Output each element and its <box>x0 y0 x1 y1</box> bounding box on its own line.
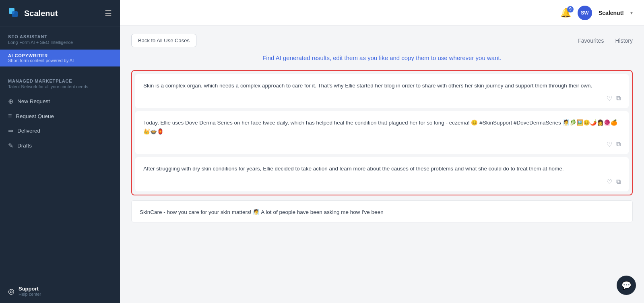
support-icon: ◎ <box>8 287 14 296</box>
back-button[interactable]: Back to All Use Cases <box>131 34 196 47</box>
content-actions: Favourites History <box>578 37 633 44</box>
card-plain: SkinCare - how you care for your skin ma… <box>131 200 633 223</box>
request-queue-label: Request Queue <box>16 113 54 119</box>
content-header: Back to All Use Cases Favourites History <box>131 34 633 47</box>
card-2-text: Today, Ellie uses Dove Derma Series on h… <box>143 118 621 136</box>
highlighted-cards-container: Skin is a complex organ, which needs a c… <box>131 70 633 195</box>
ai-copywriter-title: AI COPYWRITER <box>8 53 74 58</box>
copy-icon-3[interactable]: ⧉ <box>616 178 621 186</box>
topbar: 🔔 9 SW Scalenut! ▾ <box>120 0 644 26</box>
chat-icon: 💬 <box>621 280 632 290</box>
avatar: SW <box>578 6 592 20</box>
sidebar-item-delivered[interactable]: ⇒ Delivered <box>0 123 120 138</box>
managed-marketplace-subtitle: Talent Network for all your content need… <box>8 84 112 89</box>
notifications-button[interactable]: 🔔 9 <box>560 8 571 18</box>
favourites-link[interactable]: Favourites <box>578 37 604 44</box>
sidebar: Scalenut ☰ SEO ASSISTANT Long-Form AI + … <box>0 0 120 303</box>
card-2-actions: ♡ ⧉ <box>143 141 621 148</box>
sidebar-bottom: ◎ Support Help center <box>0 279 120 303</box>
logo-text: Scalenut <box>24 9 58 18</box>
support-text-container: Support Help center <box>19 286 41 297</box>
username: Scalenut! <box>599 10 624 16</box>
notification-badge: 9 <box>567 6 574 12</box>
plus-icon: ⊕ <box>8 98 13 105</box>
seo-assistant-section: SEO ASSISTANT Long-Form AI + SEO Intelli… <box>0 27 120 50</box>
copy-icon-2[interactable]: ⧉ <box>616 141 621 148</box>
card-3: After struggling with dry skin condition… <box>135 157 629 191</box>
seo-assistant-subtitle: Long-Form AI + SEO Intelligence <box>8 40 112 45</box>
like-icon-3[interactable]: ♡ <box>607 178 612 186</box>
chat-bubble-button[interactable]: 💬 <box>617 276 636 295</box>
sidebar-logo: Scalenut ☰ <box>0 0 120 27</box>
history-link[interactable]: History <box>615 37 633 44</box>
card-1: Skin is a complex organ, which needs a c… <box>135 74 629 108</box>
hamburger-menu-icon[interactable]: ☰ <box>105 8 112 18</box>
support-link[interactable]: ◎ Support Help center <box>8 286 112 297</box>
sidebar-item-new-request[interactable]: ⊕ New Request <box>0 94 120 109</box>
svg-rect-1 <box>12 11 18 17</box>
scalenut-logo-icon <box>8 7 20 19</box>
ai-copywriter-subtitle: Short form content powered by AI <box>8 58 74 63</box>
ai-copywriter-section: AI COPYWRITER Short form content powered… <box>8 53 74 63</box>
card-3-actions: ♡ ⧉ <box>143 178 621 186</box>
like-icon-1[interactable]: ♡ <box>607 95 612 102</box>
support-subtitle: Help center <box>19 292 41 297</box>
card-3-text: After struggling with dry skin condition… <box>143 164 621 173</box>
drafts-icon: ✎ <box>8 142 13 149</box>
main-area: 🔔 9 SW Scalenut! ▾ Back to All Use Cases… <box>120 0 644 303</box>
sidebar-item-drafts[interactable]: ✎ Drafts <box>0 138 120 153</box>
chevron-down-icon[interactable]: ▾ <box>630 10 633 16</box>
like-icon-2[interactable]: ♡ <box>607 141 612 148</box>
drafts-label: Drafts <box>17 143 32 149</box>
delivered-label: Delivered <box>17 128 40 134</box>
content-subtitle: Find AI generated results, edit them as … <box>131 54 633 63</box>
sidebar-item-ai-copywriter[interactable]: AI COPYWRITER Short form content powered… <box>0 50 120 66</box>
managed-marketplace-section: MANAGED MARKETPLACE Talent Network for a… <box>0 71 120 94</box>
sidebar-item-request-queue[interactable]: ≡ Request Queue <box>0 109 120 123</box>
delivered-icon: ⇒ <box>8 127 13 135</box>
seo-assistant-title: SEO ASSISTANT <box>8 34 112 39</box>
card-2: Today, Ellie uses Dove Derma Series on h… <box>135 111 629 154</box>
managed-marketplace-title: MANAGED MARKETPLACE <box>8 79 112 83</box>
card-1-actions: ♡ ⧉ <box>143 95 621 102</box>
new-request-label: New Request <box>17 98 50 104</box>
list-icon: ≡ <box>8 112 12 120</box>
content-area: Back to All Use Cases Favourites History… <box>120 26 644 303</box>
card-1-text: Skin is a complex organ, which needs a c… <box>143 81 621 90</box>
card-plain-text: SkinCare - how you care for your skin ma… <box>140 208 624 217</box>
copy-icon-1[interactable]: ⧉ <box>616 95 621 102</box>
support-label: Support <box>19 286 41 292</box>
